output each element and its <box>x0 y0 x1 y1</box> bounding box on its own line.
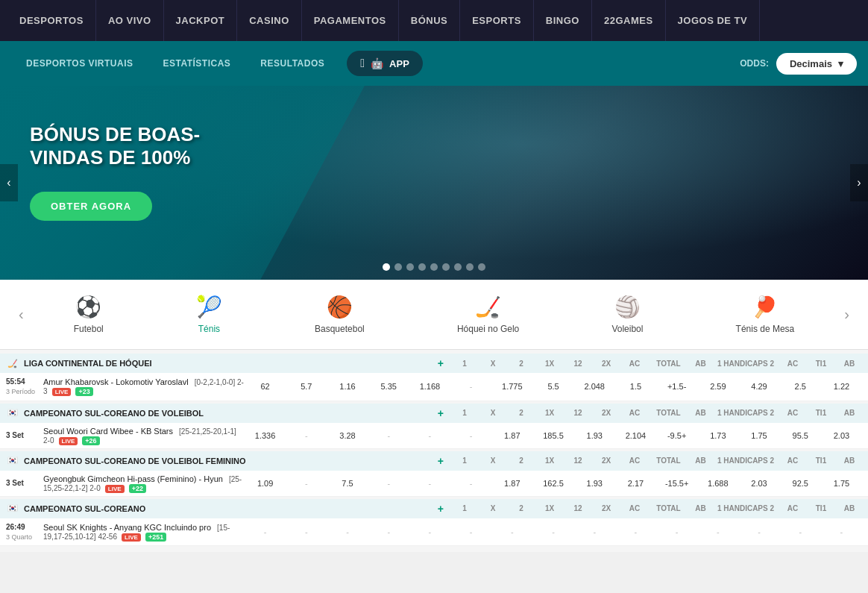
top-nav-item-ao-vivo[interactable]: AO VIVO <box>96 0 164 41</box>
banner-dot-1[interactable] <box>394 263 402 271</box>
sports-row: ‹ ⚽ Futebol 🎾 Ténis 🏀 Basquetebol 🏒 Hóqu… <box>0 280 868 350</box>
top-nav-item-bonus[interactable]: BÓNUS <box>399 0 460 41</box>
banner-dot-3[interactable] <box>418 263 426 271</box>
sport-item-voleibol[interactable]: 🏐 Voleibol <box>600 291 654 338</box>
col-ti1: TI1 <box>810 409 832 417</box>
match-group-icon: 🇰🇷 <box>7 503 18 513</box>
plus-badge[interactable]: +22 <box>129 484 146 493</box>
sport-item-hoquei-gelo[interactable]: 🏒 Hóquei no Gelo <box>446 291 530 338</box>
col-x: X <box>482 360 504 368</box>
secondary-nav-items: DESPORTOS VIRTUAISESTATÍSTICASRESULTADOS <box>11 41 339 86</box>
odd-cell-14[interactable]: 1.22 <box>821 382 862 391</box>
match-group-plus[interactable]: + <box>438 455 444 467</box>
odd-cell-9[interactable]: 2.104 <box>615 431 656 440</box>
sport-item-basquetebol[interactable]: 🏀 Basquetebol <box>304 291 376 338</box>
match-group-plus[interactable]: + <box>438 357 444 369</box>
secondary-nav-item-resultados[interactable]: RESULTADOS <box>245 41 339 86</box>
plus-badge[interactable]: +23 <box>75 387 92 396</box>
banner-prev-arrow[interactable]: ‹ <box>0 164 18 201</box>
odd-cell-11[interactable]: 1.73 <box>697 431 738 440</box>
odd-cell-6[interactable]: 1.87 <box>491 479 532 488</box>
sports-items: ⚽ Futebol 🎾 Ténis 🏀 Basquetebol 🏒 Hóquei… <box>28 291 841 338</box>
odd-cell-11: - <box>697 527 738 536</box>
top-nav-item-esports[interactable]: ESPORTS <box>460 0 534 41</box>
tenis-mesa-label: Ténis de Mesa <box>736 324 795 334</box>
col-ac2: AC <box>781 360 804 368</box>
banner-dot-6[interactable] <box>454 263 462 271</box>
banner-dot-4[interactable] <box>430 263 438 271</box>
secondary-nav-item-desportos-virtuais[interactable]: DESPORTOS VIRTUAIS <box>11 41 148 86</box>
odd-cell-14[interactable]: 2.03 <box>821 431 862 440</box>
odd-cell-12[interactable]: 1.75 <box>738 431 779 440</box>
top-nav-item-casino[interactable]: CASINO <box>237 0 302 41</box>
match-group-header-liga-continental-hoquei: 🏒 LIGA CONTINENTAL DE HÓQUEI + 1 X 2 1X … <box>0 354 868 373</box>
live-badge: LIVE <box>105 485 125 493</box>
plus-badge[interactable]: +26 <box>82 436 99 445</box>
sports-next-arrow[interactable]: › <box>840 306 853 323</box>
plus-badge[interactable]: +251 <box>145 533 166 542</box>
match-group-header-campeonato-sul-coreano-voleibol: 🇰🇷 CAMPEONATO SUL-COREANO DE VOLEIBOL + … <box>0 404 868 423</box>
odd-cell-13[interactable]: 92.5 <box>780 479 821 488</box>
odd-cell-13[interactable]: 95.5 <box>780 431 821 440</box>
odd-cell-10[interactable]: -9.5+ <box>656 431 697 440</box>
hoquei-gelo-icon: 🏒 <box>475 295 501 319</box>
odd-cell-0[interactable]: 1.09 <box>245 479 286 488</box>
odd-cell-11[interactable]: 1.688 <box>697 479 738 488</box>
odd-cell-7[interactable]: 5.5 <box>532 382 573 391</box>
app-button-label: APP <box>389 58 409 69</box>
banner-dot-7[interactable] <box>466 263 474 271</box>
top-nav-item-bingo[interactable]: BINGO <box>534 0 592 41</box>
odd-cell-13[interactable]: 2.5 <box>780 382 821 391</box>
odd-cell-2[interactable]: 7.5 <box>327 479 368 488</box>
banner-cta-button[interactable]: OBTER AGORA <box>30 192 152 221</box>
col-2: 2 <box>510 360 532 368</box>
top-nav-item-jackpot[interactable]: JACKPOT <box>164 0 238 41</box>
odd-cell-2[interactable]: 1.16 <box>327 382 368 391</box>
odd-cell-8[interactable]: 1.93 <box>574 479 615 488</box>
odd-cell-14[interactable]: 1.75 <box>821 479 862 488</box>
odd-cell-12[interactable]: 4.29 <box>738 382 779 391</box>
odd-cell-3[interactable]: 5.35 <box>368 382 409 391</box>
odd-cell-8[interactable]: 2.048 <box>574 382 615 391</box>
col-12: 12 <box>567 504 589 512</box>
top-nav-item-desportos[interactable]: DESPORTOS <box>7 0 96 41</box>
app-button[interactable]:  🤖 APP <box>347 51 423 76</box>
odds-dropdown[interactable]: Decimais ▾ <box>776 53 857 75</box>
top-nav-item-jogos-de-tv[interactable]: JOGOS DE TV <box>666 0 761 41</box>
sports-prev-arrow[interactable]: ‹ <box>15 306 28 323</box>
odd-cell-7[interactable]: 162.5 <box>532 479 573 488</box>
top-nav-item-pagamentos[interactable]: PAGAMENTOS <box>302 0 399 41</box>
banner-next-arrow[interactable]: › <box>850 164 868 201</box>
sport-item-tenis[interactable]: 🎾 Ténis <box>185 291 233 338</box>
match-group-plus[interactable]: + <box>438 503 444 515</box>
odd-cell-12[interactable]: 2.03 <box>738 479 779 488</box>
live-badge: LIVE <box>52 388 72 396</box>
sport-item-futebol[interactable]: ⚽ Futebol <box>63 291 115 338</box>
odd-cell-7[interactable]: 185.5 <box>532 431 573 440</box>
odd-cell-6[interactable]: 1.775 <box>491 382 532 391</box>
banner-dot-5[interactable] <box>442 263 450 271</box>
banner-dot-8[interactable] <box>478 263 485 271</box>
odd-cell-8[interactable]: 1.93 <box>574 431 615 440</box>
odd-cell-10[interactable]: +1.5- <box>656 382 697 391</box>
odd-cell-9[interactable]: 1.5 <box>615 382 656 391</box>
odd-cell-6[interactable]: 1.87 <box>491 431 532 440</box>
banner-dot-0[interactable] <box>383 263 390 271</box>
sport-item-tenis-mesa[interactable]: 🏓 Ténis de Mesa <box>725 291 806 338</box>
odd-cell-1[interactable]: 5.7 <box>286 382 327 391</box>
secondary-nav-item-estatisticas[interactable]: ESTATÍSTICAS <box>148 41 245 86</box>
odd-cell-0[interactable]: 1.336 <box>245 431 286 440</box>
table-row: 3 Set Gyeongbuk Gimcheon Hi-pass (Femini… <box>0 471 868 497</box>
banner-dot-2[interactable] <box>406 263 414 271</box>
odd-cell-9[interactable]: 2.17 <box>615 479 656 488</box>
odd-cell-10[interactable]: -15.5+ <box>656 479 697 488</box>
odd-cell-10: - <box>656 527 697 536</box>
odd-cell-0[interactable]: 62 <box>245 382 286 391</box>
col-ac: AC <box>623 456 646 465</box>
match-group-plus[interactable]: + <box>438 407 444 419</box>
tenis-label: Ténis <box>198 324 220 334</box>
odd-cell-2[interactable]: 3.28 <box>327 431 368 440</box>
odd-cell-4[interactable]: 1.168 <box>409 382 450 391</box>
odd-cell-11[interactable]: 2.59 <box>697 382 738 391</box>
top-nav-item-22games[interactable]: 22GAMES <box>592 0 666 41</box>
